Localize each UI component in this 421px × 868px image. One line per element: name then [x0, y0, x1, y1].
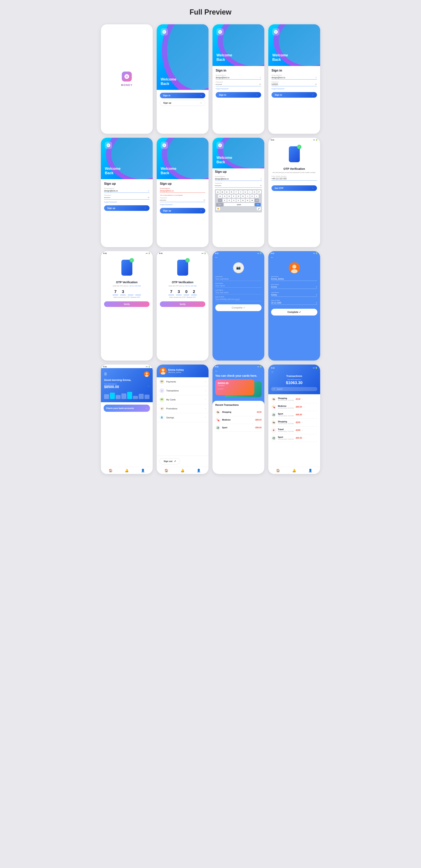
forgot-signup1[interactable]: Forgot Password? [104, 201, 150, 203]
splash-name: MONEY [121, 84, 132, 87]
phone-input[interactable]: +49 111 222 333 [271, 178, 317, 181]
email-kb[interactable]: design@test.co ✓ [215, 178, 262, 181]
password-signup1[interactable]: •••••• 👁 [104, 196, 150, 199]
complete-btn-filled[interactable]: Complete ✓ [271, 309, 317, 315]
avatar-filled[interactable] [268, 260, 320, 276]
back-btn-profile2[interactable]: ← [268, 255, 320, 260]
bell-icon-menu[interactable]: 🔔 [181, 469, 185, 472]
firstname-input[interactable]: Your name [215, 285, 262, 288]
verify-btn2[interactable]: Verify [160, 301, 205, 307]
password-signup-err[interactable]: •••••• 👁 [160, 199, 205, 202]
signup-button[interactable]: Sign up → [160, 100, 205, 106]
otp-digits2[interactable]: 7 3 0 2 [160, 289, 205, 295]
menu-user-handle: @emma_ashley [168, 371, 184, 373]
cards-container: $4500.00 Company 01/2025 $4000.00 Home 0… [212, 379, 264, 399]
signin-title: Sign in [216, 69, 261, 72]
back-trans[interactable]: ← [271, 370, 317, 374]
username-filled[interactable]: Emma_Ashley [271, 278, 317, 281]
bottom-nav: 🏠 🔔 👤 [101, 467, 153, 474]
trans-shopping[interactable]: 🛍 Shopping -$120 [215, 408, 262, 416]
keyboard[interactable]: QWERTYUIOP ASDFGHJKL ⇧ZXCVBNM⌫ 123 space… [215, 189, 262, 213]
recent-title: Recent Transactions [215, 404, 262, 406]
trans-item-1[interactable]: 🛍 Shopping 10 Feb 2019, 5:20 PM -$120 › [271, 396, 317, 403]
trans-item-2[interactable]: 💊 Medicine 10 Feb 2019, 5:20 PM -$89.50 … [271, 403, 317, 411]
signup1-btn[interactable]: Sign up → [104, 205, 150, 211]
screen-signin2: WelcomeBack Sign in Email Address design… [268, 24, 320, 134]
trans-medicine[interactable]: 💊 Medicine -$89.50 [215, 416, 262, 424]
check-accounts-btn[interactable]: Check your bank accounts → [104, 405, 150, 412]
email-error-msg: The email address is incomplete [160, 194, 205, 196]
back-cards[interactable]: ← [212, 368, 264, 374]
card-primary[interactable]: $4500.00 Company 01/2025 [215, 379, 254, 395]
menu-item-cards[interactable]: 💳 My Cards › [157, 395, 209, 404]
password-kb[interactable]: •••••• 👁 [215, 185, 262, 188]
lastname-filled[interactable]: Ashley ✓ [271, 294, 317, 297]
otp-digits[interactable]: 7 3 [104, 289, 150, 295]
sport-icon: ⚽ [215, 425, 220, 430]
email-error-field[interactable]: design@test.co [160, 190, 205, 193]
menu-icon[interactable]: ☰ [104, 372, 107, 376]
hero-text2: WelcomeBack [216, 53, 232, 62]
user-icon-menu[interactable]: 👤 [197, 469, 201, 472]
menu-items-list: 💳 Payments › ↕ Transactions › 💳 My Cards… [157, 377, 209, 456]
menu-item-savings[interactable]: 🏦 Savings › [157, 413, 209, 422]
email-signup1[interactable]: design@test.co ✓ [104, 190, 150, 193]
back-btn-profile[interactable]: ← [212, 255, 264, 260]
trans-item-4[interactable]: 🛍 Shopping 10 Feb 2019, 5:20 PM -$255 › [271, 419, 317, 427]
screen-cards: 9:41 ▪▪▪ 🔋 ← You can check your cards he… [212, 365, 264, 474]
otp-subtitle3: Enter the OTP sent to +49 111 222 333 [160, 285, 205, 287]
username-input[interactable]: Your username [215, 278, 262, 281]
screen-dashboard: 9:41 ▪▪▪ 🔋 ☰ Good morning Emma, Your tot… [101, 365, 153, 474]
signup-err-btn[interactable]: Sign up → [160, 208, 205, 214]
email-field2[interactable]: design@test.co ✓ [271, 76, 317, 80]
signout-btn[interactable]: Sign out ↗ [159, 458, 180, 464]
complete-btn-empty[interactable]: Complete ✓ [215, 304, 262, 311]
signin-button[interactable]: Sign in → [160, 93, 205, 98]
dob-filled[interactable]: 20-12-1990 ✓ [271, 302, 317, 305]
home-trans-nav[interactable]: 🏠 [276, 469, 280, 472]
status-bar5: 9:41 ▪▪▪ 🔋 [268, 251, 320, 255]
home-nav[interactable]: 🏠 [109, 469, 113, 472]
home-icon-menu[interactable]: 🏠 [164, 469, 169, 472]
avatar-upload[interactable]: 📷 [212, 260, 264, 276]
verify-btn[interactable]: Verify [104, 301, 150, 307]
bell-nav[interactable]: 🔔 [125, 469, 129, 472]
password-field2[interactable]: UI2020 👁 [271, 83, 317, 86]
forgot-link[interactable]: Forgot Password? [216, 88, 261, 90]
search-bar[interactable]: 🔍 Search [271, 387, 317, 391]
screen-signin1: WelcomeBack Sign in Email Address design… [212, 24, 264, 134]
screen-signup-keyboard: WelcomeBack Sign up Email Address design… [212, 138, 264, 247]
trans-bottom-nav: 🏠 🔔 👤 [268, 467, 320, 474]
screen-signup1: WelcomeBack Sign up Email Address design… [101, 138, 153, 247]
page-title: Full Preview [4, 8, 417, 17]
bell-trans-nav[interactable]: 🔔 [292, 469, 296, 472]
menu-item-promotions[interactable]: 🏷 Promotions › [157, 404, 209, 413]
user-trans-nav[interactable]: 👤 [308, 469, 312, 472]
screen-signup-error: WelcomeBack Sign up Email Address design… [157, 138, 209, 247]
screen-splash: MONEY [101, 24, 153, 134]
trans-item-3[interactable]: ⚽ Sport 10 Feb 2019, 5:20 PM -$99.90 › [271, 411, 317, 419]
hero-logo [161, 28, 168, 35]
user-nav[interactable]: 👤 [141, 469, 145, 472]
get-otp-btn[interactable]: Get OTP → [271, 185, 317, 191]
more-icon[interactable]: ··· [148, 385, 150, 388]
recent-section: Recent Transactions 🛍 Shopping -$120 💊 M… [212, 401, 264, 474]
splash-logo [122, 71, 132, 82]
signin2-btn[interactable]: Sign in → [271, 92, 317, 98]
trans-sport[interactable]: ⚽ Sport -$99.90 [215, 424, 262, 432]
signin-btn[interactable]: Sign in → [216, 92, 261, 98]
forgot-signup-err[interactable]: Forgot Password? [160, 204, 205, 206]
menu-item-transactions[interactable]: ↕ Transactions › [157, 386, 209, 395]
otp-resend2: Didn't receive the OTP? Resend OTP [160, 297, 205, 298]
lastname-input[interactable]: Your last name [215, 291, 262, 294]
user-avatar[interactable] [144, 371, 150, 377]
dob-input[interactable]: Your birthday (dd-mm-yyyy) [215, 298, 262, 301]
firstname-filled[interactable]: Emma ✓ [271, 286, 317, 289]
trans-item-6[interactable]: ⚽ Sport 10 Feb 2019, 5:20 PM -$99.90 › [271, 434, 317, 442]
trans-item-5[interactable]: ✈ Travel 10 Feb 2019, 5:20 PM -$399 › [271, 427, 317, 434]
password-field[interactable]: •••••• 👁 [216, 83, 261, 86]
forgot-link2[interactable]: Forgot Password? [271, 88, 317, 90]
email-field[interactable]: design@test.co ✓ [216, 76, 261, 80]
menu-item-payments[interactable]: 💳 Payments › [157, 377, 209, 386]
trans-list: 🛍 Shopping 10 Feb 2019, 5:20 PM -$120 › … [268, 394, 320, 467]
